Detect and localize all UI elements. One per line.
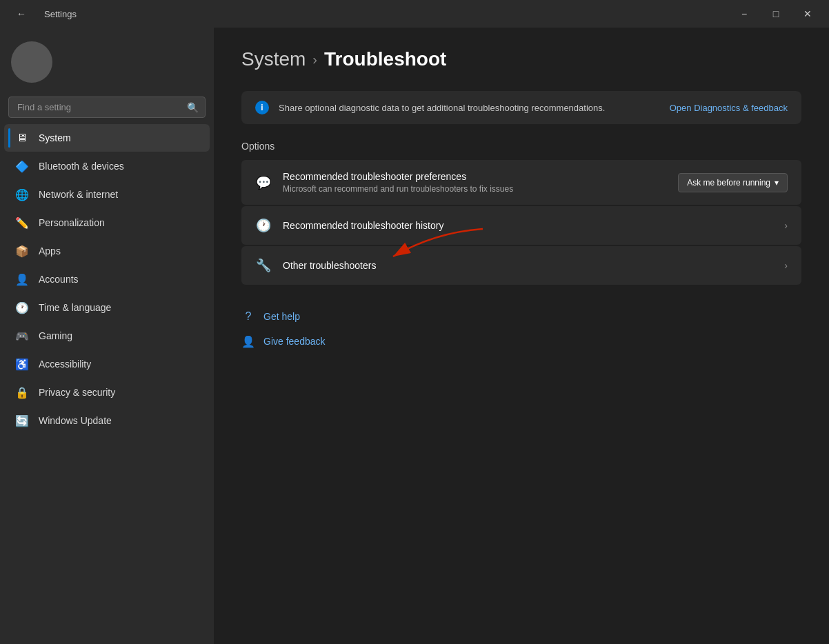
option-title: Other troubleshooters xyxy=(283,260,376,271)
app-body: 🔍 🖥 System 🔷 Bluetooth & devices 🌐 Netwo… xyxy=(0,28,829,644)
option-row-other-troubleshooters[interactable]: 🔧 Other troubleshooters › xyxy=(241,246,801,285)
network-icon: 🌐 xyxy=(15,188,29,201)
search-icon: 🔍 xyxy=(187,102,199,113)
sidebar-item-personalization[interactable]: ✏️ Personalization xyxy=(4,209,210,237)
option-title: Recommended troubleshooter history xyxy=(283,220,443,231)
option-text: Recommended troubleshooter history xyxy=(283,220,443,231)
open-diagnostics-link[interactable]: Open Diagnostics & feedback xyxy=(670,103,788,113)
titlebar-controls: − □ ✕ xyxy=(728,3,823,25)
sidebar-profile xyxy=(0,28,214,94)
sidebar-item-accounts[interactable]: 👤 Accounts xyxy=(4,265,210,293)
give-feedback-icon: 👤 xyxy=(241,334,255,348)
sidebar-item-windows-update[interactable]: 🔄 Windows Update xyxy=(4,407,210,434)
breadcrumb-separator: › xyxy=(312,52,317,68)
accounts-icon: 👤 xyxy=(15,272,29,286)
options-container: 💬 Recommended troubleshooter preferences… xyxy=(241,160,801,285)
sidebar-item-privacy[interactable]: 🔒 Privacy & security xyxy=(4,379,210,406)
option-right: Ask me before running ▾ xyxy=(678,173,788,192)
chevron-right-icon: › xyxy=(784,260,788,271)
breadcrumb-system[interactable]: System xyxy=(241,48,306,70)
sidebar-item-label: Personalization xyxy=(39,217,105,228)
sidebar-item-network[interactable]: 🌐 Network & internet xyxy=(4,181,210,208)
sidebar-item-label: System xyxy=(39,132,71,143)
sidebar-item-bluetooth[interactable]: 🔷 Bluetooth & devices xyxy=(4,152,210,180)
sidebar-item-accessibility[interactable]: ♿ Accessibility xyxy=(4,350,210,378)
option-right: › xyxy=(784,220,788,231)
sidebar-item-label: Network & internet xyxy=(39,189,118,200)
info-banner-text: Share optional diagnostic data to get ad… xyxy=(279,103,605,113)
sidebar-nav: 🖥 System 🔷 Bluetooth & devices 🌐 Network… xyxy=(0,123,214,435)
time-icon: 🕐 xyxy=(15,301,29,314)
search-input[interactable] xyxy=(8,97,206,118)
recommended-prefs-dropdown-label: Ask me before running xyxy=(687,178,770,188)
option-left: 💬 Recommended troubleshooter preferences… xyxy=(255,171,513,194)
maximize-button[interactable]: □ xyxy=(760,3,792,25)
give-feedback-label: Give feedback xyxy=(263,336,326,347)
avatar xyxy=(11,41,52,83)
titlebar-left: ← Settings xyxy=(6,3,77,25)
breadcrumb: System › Troubleshoot xyxy=(241,48,801,70)
give-feedback-link[interactable]: 👤 Give feedback xyxy=(241,332,801,351)
other-troubleshooters-icon: 🔧 xyxy=(255,257,272,274)
sidebar-item-label: Accessibility xyxy=(39,359,91,370)
get-help-icon: ? xyxy=(241,310,255,323)
sidebar-item-system[interactable]: 🖥 System xyxy=(4,124,210,152)
chevron-right-icon: › xyxy=(784,220,788,231)
option-row-recommended-history[interactable]: 🕐 Recommended troubleshooter history › xyxy=(241,206,801,245)
titlebar-title: Settings xyxy=(44,9,77,19)
accessibility-icon: ♿ xyxy=(15,357,29,371)
option-left: 🔧 Other troubleshooters xyxy=(255,257,376,274)
personalization-icon: ✏️ xyxy=(15,216,29,230)
recommended-prefs-icon: 💬 xyxy=(255,174,272,191)
sidebar-item-label: Accounts xyxy=(39,274,79,285)
option-row-recommended-prefs[interactable]: 💬 Recommended troubleshooter preferences… xyxy=(241,160,801,205)
privacy-icon: 🔒 xyxy=(15,385,29,399)
help-links-section: ? Get help 👤 Give feedback xyxy=(241,307,801,351)
get-help-label: Get help xyxy=(263,311,300,322)
sidebar-item-label: Windows Update xyxy=(39,415,112,426)
bluetooth-icon: 🔷 xyxy=(15,159,29,173)
info-banner: i Share optional diagnostic data to get … xyxy=(241,91,801,124)
breadcrumb-current: Troubleshoot xyxy=(324,48,446,70)
recommended-prefs-dropdown[interactable]: Ask me before running ▾ xyxy=(678,173,788,192)
back-button[interactable]: ← xyxy=(6,3,37,25)
option-right: › xyxy=(784,260,788,271)
windows-update-icon: 🔄 xyxy=(15,414,29,427)
option-title: Recommended troubleshooter preferences xyxy=(283,171,513,182)
chevron-down-icon: ▾ xyxy=(775,178,779,188)
sidebar-item-gaming[interactable]: 🎮 Gaming xyxy=(4,322,210,350)
options-label: Options xyxy=(241,141,801,152)
sidebar-item-label: Gaming xyxy=(39,330,72,341)
minimize-button[interactable]: − xyxy=(728,3,760,25)
sidebar-search-container: 🔍 xyxy=(8,97,206,118)
sidebar-item-label: Time & language xyxy=(39,302,111,313)
info-banner-left: i Share optional diagnostic data to get … xyxy=(255,101,605,114)
recommended-history-icon: 🕐 xyxy=(255,217,272,234)
option-text: Recommended troubleshooter preferences M… xyxy=(283,171,513,194)
sidebar-item-time[interactable]: 🕐 Time & language xyxy=(4,294,210,321)
system-icon: 🖥 xyxy=(15,131,29,145)
option-subtitle: Microsoft can recommend and run troubles… xyxy=(283,184,513,194)
option-text: Other troubleshooters xyxy=(283,260,376,271)
close-button[interactable]: ✕ xyxy=(792,3,823,25)
apps-icon: 📦 xyxy=(15,244,29,258)
sidebar-item-label: Privacy & security xyxy=(39,387,115,398)
option-left: 🕐 Recommended troubleshooter history xyxy=(255,217,443,234)
sidebar-item-label: Bluetooth & devices xyxy=(39,161,124,172)
info-icon: i xyxy=(255,101,269,114)
sidebar: 🔍 🖥 System 🔷 Bluetooth & devices 🌐 Netwo… xyxy=(0,28,214,644)
content-area: System › Troubleshoot i Share optional d… xyxy=(214,28,829,644)
gaming-icon: 🎮 xyxy=(15,329,29,343)
sidebar-item-apps[interactable]: 📦 Apps xyxy=(4,237,210,265)
get-help-link[interactable]: ? Get help xyxy=(241,307,801,326)
titlebar: ← Settings − □ ✕ xyxy=(0,0,829,28)
sidebar-item-label: Apps xyxy=(39,245,61,256)
